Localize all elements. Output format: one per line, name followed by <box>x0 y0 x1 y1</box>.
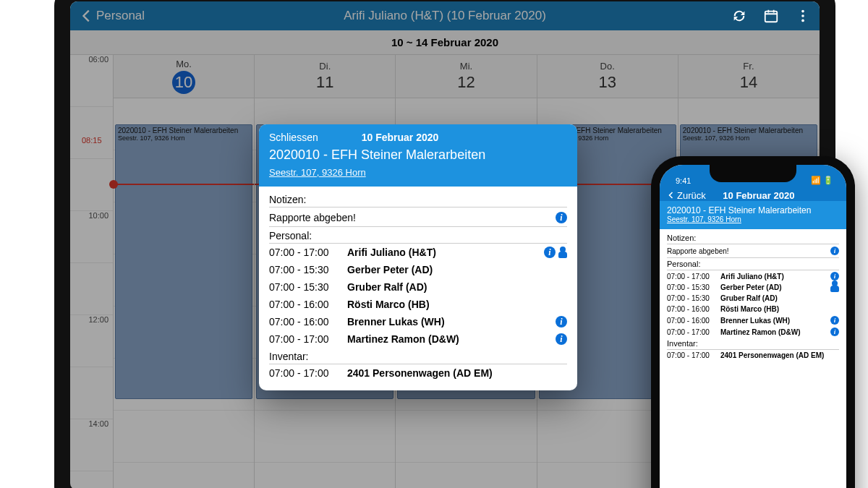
info-icon[interactable]: i <box>544 247 556 258</box>
day-number: 12 <box>457 73 475 92</box>
day-number: 10 <box>172 71 195 94</box>
info-icon[interactable]: i <box>830 328 839 336</box>
day-header[interactable]: Fr.14 <box>678 55 819 98</box>
svg-point-2 <box>801 14 804 17</box>
phone-event-address[interactable]: Seestr. 107, 9326 Horn <box>667 215 839 223</box>
info-icon[interactable]: i <box>830 316 839 325</box>
event-sub: Seestr. 107, 9326 Horn <box>683 134 814 142</box>
time-slot: 14:00 <box>70 419 113 471</box>
row-icons: i <box>830 328 839 336</box>
personal-row: 07:00 - 15:30Gerber Peter (AD) <box>667 282 839 293</box>
phone-detail-header: 2020010 - EFH Steiner Malerarbeiten Sees… <box>660 201 846 229</box>
phone-inventar-label: Inventar: <box>667 338 839 350</box>
row-time: 07:00 - 15:30 <box>269 264 341 275</box>
now-indicator-line <box>114 184 254 185</box>
day-header[interactable]: Do.13 <box>537 55 678 98</box>
row-name: Rösti Marco (HB) <box>720 305 839 313</box>
day-number: 11 <box>316 73 333 92</box>
personal-row: 07:00 - 16:00Rösti Marco (HB) <box>667 304 839 314</box>
personal-label: Personal: <box>269 230 567 244</box>
event-detail-popup: Schliessen 10 Februar 2020 2020010 - EFH… <box>259 124 577 390</box>
time-slot <box>70 159 113 211</box>
info-icon[interactable]: i <box>830 272 839 281</box>
calendar-icon[interactable] <box>763 8 779 24</box>
row-name: Arifi Juliano (H&T) <box>347 247 538 258</box>
phone-screen: 9:41 📶 🔋 Zurück 10 Februar 2020 2020010 … <box>660 165 846 488</box>
popup-title: 2020010 - EFH Steiner Malerarbeiten <box>269 147 567 163</box>
row-name: Gruber Ralf (AD) <box>347 281 567 293</box>
phone-notes-label: Notizen: <box>667 232 839 244</box>
app-header: Personal Arifi Juliano (H&T) (10 Februar… <box>70 1 820 30</box>
personal-row: 07:00 - 16:00Brenner Lukas (WH)i <box>667 314 839 326</box>
day-number: 13 <box>598 73 616 92</box>
close-button[interactable]: Schliessen <box>269 132 318 143</box>
personal-row: 07:00 - 17:002401 Personenwagen (AD EM) <box>667 350 839 361</box>
time-slot <box>70 107 113 159</box>
phone-notch <box>710 165 796 182</box>
day-short: Mi. <box>460 61 472 72</box>
phone-body: Notizen: Rapporte abgeben! i Personal: 0… <box>660 229 846 364</box>
row-icons: i <box>544 247 567 258</box>
day-header[interactable]: Mo.10 <box>114 55 254 98</box>
personal-row: 07:00 - 17:00Martinez Ramon (D&W)i <box>269 330 567 348</box>
day-header[interactable]: Mi.12 <box>396 55 536 98</box>
day-header[interactable]: Di.11 <box>255 55 395 98</box>
notes-label: Notizen: <box>269 194 567 207</box>
day-short: Di. <box>319 61 331 72</box>
row-name: Martinez Ramon (D&W) <box>720 328 827 336</box>
row-time: 07:00 - 17:00 <box>269 367 341 379</box>
personal-row: 07:00 - 17:00Arifi Juliano (H&T)i <box>269 244 567 261</box>
personal-row: 07:00 - 15:30Gruber Ralf (AD) <box>269 278 567 296</box>
popup-date: 10 Februar 2020 <box>362 132 439 143</box>
personal-row: 07:00 - 15:30Gruber Ralf (AD) <box>667 293 839 304</box>
info-icon[interactable]: i <box>556 333 567 345</box>
phone-signal-icon: 📶 🔋 <box>811 176 833 185</box>
day-column: Mo.102020010 - EFH Steiner Malerarbeiten… <box>114 55 255 488</box>
personal-row: 07:00 - 17:00Martinez Ramon (D&W)i <box>667 326 839 338</box>
popup-address[interactable]: Seestr. 107, 9326 Horn <box>269 167 567 178</box>
more-icon[interactable] <box>795 8 811 24</box>
info-icon[interactable]: i <box>556 316 567 328</box>
row-time: 07:00 - 15:30 <box>269 281 341 293</box>
svg-rect-0 <box>765 12 778 22</box>
row-time: 07:00 - 17:00 <box>269 247 341 258</box>
row-icons: i <box>556 316 567 328</box>
row-name: Gerber Peter (AD) <box>347 264 567 275</box>
row-name: 2401 Personenwagen (AD EM) <box>347 367 567 379</box>
svg-point-3 <box>801 20 804 22</box>
row-name: Arifi Juliano (H&T) <box>720 273 827 281</box>
row-time: 07:00 - 17:00 <box>667 351 718 359</box>
refresh-icon[interactable] <box>731 8 747 24</box>
phone-frame: 9:41 📶 🔋 Zurück 10 Februar 2020 2020010 … <box>651 156 855 488</box>
calendar-event[interactable]: 2020010 - EFH Steiner MalerarbeitenSeest… <box>115 124 252 399</box>
personal-row: 07:00 - 15:30Gerber Peter (AD) <box>269 261 567 278</box>
time-slot: 12:00 <box>70 315 113 367</box>
row-time: 07:00 - 16:00 <box>269 316 341 328</box>
info-icon[interactable]: i <box>830 247 839 255</box>
row-icons: i <box>830 272 839 281</box>
chevron-left-icon <box>667 191 676 200</box>
row-name: 2401 Personenwagen (AD EM) <box>720 351 839 359</box>
row-name: Brenner Lukas (WH) <box>720 317 827 325</box>
day-short: Mo. <box>176 59 192 69</box>
row-time: 07:00 - 17:00 <box>667 273 718 281</box>
event-title: 2020010 - EFH Steiner Malerarbeiten <box>683 127 814 134</box>
info-icon[interactable]: i <box>556 212 567 223</box>
person-icon[interactable] <box>558 247 567 258</box>
popup-body: Notizen: Rapporte abgeben! i Personal: 0… <box>259 187 577 390</box>
row-time: 07:00 - 17:00 <box>667 328 718 336</box>
week-range-label: 10 ~ 14 Februar 2020 <box>70 30 820 55</box>
time-slot: 06:00 <box>70 55 113 107</box>
popup-header: Schliessen 10 Februar 2020 2020010 - EFH… <box>259 124 577 187</box>
now-time-label: 08:15 <box>82 136 102 145</box>
time-slot <box>70 263 113 315</box>
phone-header: Zurück 10 Februar 2020 <box>660 185 846 201</box>
day-body: 2020010 - EFH Steiner MalerarbeitenSeest… <box>114 98 254 474</box>
row-name: Gerber Peter (AD) <box>720 283 839 291</box>
time-slot: 10:00 <box>70 211 113 263</box>
page-title: Arifi Juliano (H&T) (10 Februar 2020) <box>70 9 820 23</box>
row-time: 07:00 - 15:30 <box>667 283 718 291</box>
row-time: 07:00 - 16:00 <box>269 299 341 310</box>
row-icons: i <box>556 333 567 345</box>
row-name: Gruber Ralf (AD) <box>720 294 839 302</box>
